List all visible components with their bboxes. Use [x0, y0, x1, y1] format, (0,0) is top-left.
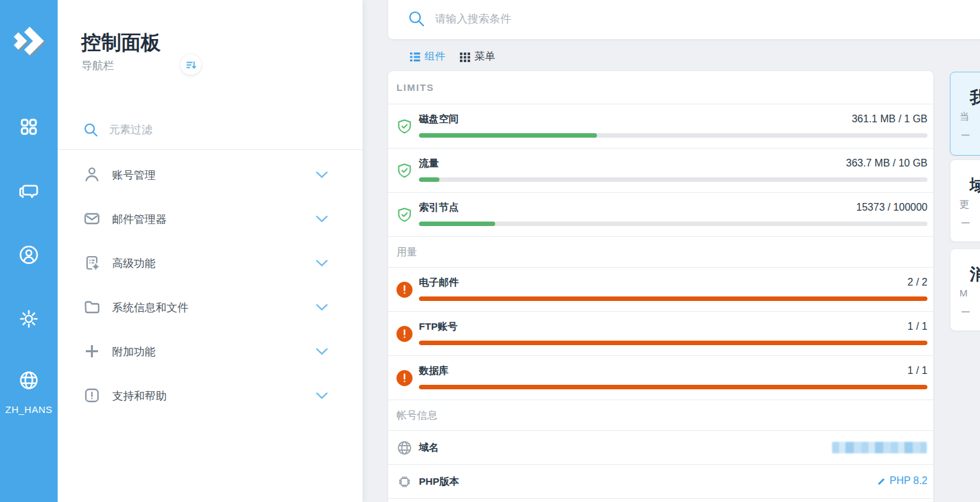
user-icon: [83, 166, 101, 183]
progress-bar: [419, 296, 927, 301]
tab-components[interactable]: 组件: [410, 50, 445, 63]
element-filter-input[interactable]: [109, 121, 301, 139]
limits-card: LIMITS 磁盘空间 361.1 MB / 1 GB 流量 363.7 MB …: [388, 70, 934, 502]
limits-header: LIMITS: [388, 71, 933, 104]
sort-button[interactable]: [181, 54, 201, 75]
chevron-down-icon: [315, 259, 329, 267]
menu-item-mail-manager[interactable]: 邮件管理器: [58, 197, 363, 241]
menu-item-label: 支持和帮助: [112, 389, 167, 403]
tab-menu[interactable]: 菜单: [460, 50, 495, 63]
account-icon[interactable]: [19, 245, 39, 265]
limit-label: 磁盘空间: [419, 113, 459, 126]
progress-bar: [419, 222, 927, 226]
search-bar: [388, 0, 980, 40]
side-card-subtitle: M: [960, 287, 968, 298]
account-row-php-version: PHP版本 PHP 8.2: [388, 465, 933, 499]
usage-value: 2 / 2: [908, 277, 927, 288]
document-gear-icon: [83, 254, 101, 271]
account-label: PHP版本: [419, 475, 459, 489]
pencil-icon: [878, 477, 886, 485]
tab-label: 菜单: [475, 50, 495, 63]
menu-item-system-info-files[interactable]: 系统信息和文件: [58, 285, 363, 329]
chat-icon[interactable]: [19, 181, 39, 201]
progress-bar: [419, 133, 927, 138]
globe-icon[interactable]: [19, 370, 39, 391]
nav-menu: 账号管理 邮件管理器: [58, 152, 363, 417]
progress-bar: [419, 177, 927, 182]
side-card-domains[interactable]: 域 更: [950, 159, 980, 242]
chevron-down-icon: [315, 347, 329, 355]
alert-square-icon: [83, 387, 101, 404]
usage-label: 电子邮件: [419, 276, 459, 289]
menu-item-addons[interactable]: 附加功能: [58, 329, 363, 373]
limit-row-disk: 磁盘空间 361.1 MB / 1 GB: [388, 104, 933, 149]
search-icon: [83, 122, 99, 138]
shield-check-icon: [396, 163, 412, 179]
apps-grid-icon[interactable]: [19, 117, 39, 137]
limit-row-traffic: 流量 363.7 MB / 10 GB: [388, 149, 933, 193]
progress-bar: [419, 385, 927, 389]
menu-item-label: 高级功能: [112, 256, 156, 271]
shield-check-icon: [396, 207, 412, 223]
language-label[interactable]: ZH_HANS: [0, 404, 58, 415]
side-card-title: 我: [970, 86, 980, 109]
side-card-dash: [961, 311, 970, 312]
limit-value: 361.1 MB / 1 GB: [852, 113, 927, 125]
side-card-title: 域: [970, 174, 980, 197]
sort-descending-icon: [186, 60, 197, 70]
plus-icon: [83, 343, 101, 360]
limit-row-inodes: 索引节点 15373 / 100000: [388, 193, 933, 237]
menu-item-label: 系统信息和文件: [112, 300, 188, 315]
account-row-domain: 域名: [388, 431, 933, 465]
app-logo-double-chevron-icon[interactable]: [10, 20, 47, 58]
icon-rail: ZH_HANS: [0, 0, 58, 502]
account-section-header: 帐号信息: [388, 400, 933, 431]
main-search-input[interactable]: [435, 10, 922, 29]
menu-item-account-management[interactable]: 账号管理: [58, 152, 363, 197]
side-card-my-sites[interactable]: 我 当: [950, 72, 980, 156]
exclamation-circle-icon: [396, 282, 412, 298]
php-version-value[interactable]: PHP 8.2: [878, 475, 927, 487]
chevron-down-icon: [315, 215, 329, 223]
chip-icon: [397, 474, 412, 489]
progress-bar: [419, 341, 927, 345]
globe-icon: [397, 441, 412, 455]
limit-value: 363.7 MB / 10 GB: [846, 158, 927, 169]
side-card-subtitle: 当: [960, 111, 969, 123]
side-card-title: 消: [970, 263, 980, 286]
chevron-down-icon: [315, 303, 329, 311]
menu-item-label: 账号管理: [112, 168, 156, 182]
side-card-messages[interactable]: 消 M: [950, 248, 980, 331]
php-version-text: PHP 8.2: [890, 475, 927, 487]
account-label: 域名: [419, 441, 439, 455]
menu-item-advanced-features[interactable]: 高级功能: [58, 241, 363, 285]
mail-icon: [83, 210, 101, 227]
usage-row-ftp: FTP账号 1 / 1: [388, 312, 933, 356]
settings-gear-icon[interactable]: [19, 309, 39, 329]
navigation-panel: 控制面板 导航栏 账号管理: [58, 0, 363, 502]
grid-icon: [460, 52, 470, 62]
side-card-subtitle: 更: [960, 198, 969, 211]
menu-item-label: 邮件管理器: [112, 212, 167, 227]
divider: [58, 149, 363, 150]
usage-label: FTP账号: [419, 320, 457, 334]
usage-value: 1 / 1: [908, 365, 927, 376]
limit-label: 索引节点: [419, 201, 459, 215]
chevron-down-icon: [315, 391, 329, 400]
side-card-dash: [961, 222, 970, 223]
usage-label: 数据库: [419, 364, 449, 378]
usage-row-database: 数据库 1 / 1: [388, 356, 933, 400]
exclamation-circle-icon: [396, 326, 412, 342]
shield-check-icon: [396, 118, 412, 134]
usage-section-header: 用量: [388, 237, 933, 268]
nav-subtitle: 导航栏: [81, 58, 114, 73]
limit-label: 流量: [419, 157, 439, 170]
menu-item-support-help[interactable]: 支持和帮助: [58, 373, 363, 417]
list-icon: [410, 52, 420, 62]
usage-row-email: 电子邮件 2 / 2: [388, 268, 933, 312]
menu-item-label: 附加功能: [112, 344, 156, 359]
usage-value: 1 / 1: [908, 321, 927, 332]
exclamation-circle-icon: [396, 370, 412, 386]
folder-icon: [83, 298, 101, 316]
limit-value: 15373 / 100000: [856, 202, 927, 213]
